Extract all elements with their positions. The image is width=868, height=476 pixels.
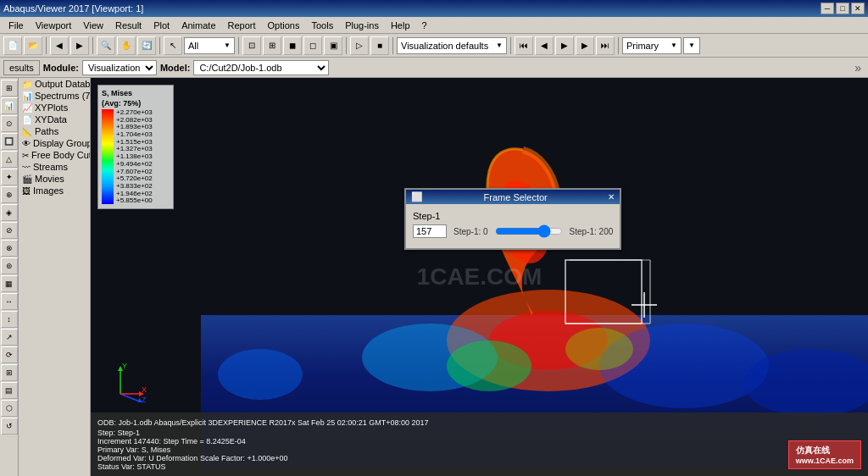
icon-btn-17[interactable]: ⊞ (1, 364, 18, 381)
menu-item-report[interactable]: Report (223, 19, 261, 32)
frame-close-button[interactable]: ✕ (608, 192, 615, 202)
zoom-button[interactable]: 🔍 (97, 36, 115, 55)
menu-item-view[interactable]: View (78, 19, 108, 32)
tree-label: Movies (35, 174, 64, 184)
last-frame-button[interactable]: ⏭ (596, 36, 615, 55)
open-button[interactable]: 📂 (24, 36, 42, 55)
icon-btn-1[interactable]: ⊞ (1, 80, 18, 97)
icon-btn-8[interactable]: ◈ (1, 204, 18, 221)
menu-item-viewport[interactable]: Viewport (31, 19, 77, 32)
icon-btn-13[interactable]: ↔ (1, 293, 18, 310)
next-button[interactable]: ▶ (576, 36, 594, 55)
frame-slider[interactable] (495, 224, 563, 238)
maximize-button[interactable]: □ (836, 3, 849, 14)
all-dropdown[interactable]: All▼ (184, 37, 235, 54)
pan-button[interactable]: ✋ (117, 36, 136, 55)
tree-item-streams[interactable]: 〰Streams (19, 161, 90, 173)
status-odb: ODB: Job-1.odb Abaqus/Explicit 3DEXPERIE… (97, 418, 861, 427)
tree-item-paths[interactable]: 📐Paths (19, 125, 90, 137)
icon-btn-7[interactable]: ⊕ (1, 186, 18, 203)
icon-btn-14[interactable]: ↕ (1, 311, 18, 328)
icon-btn-12[interactable]: ▦ (1, 275, 18, 292)
tree-panel: 📁Output Datab📊Spectrums (7)📈XYPlots📄XYDa… (19, 78, 90, 476)
icon-btn-10[interactable]: ⊗ (1, 240, 18, 257)
viz-defaults-dropdown[interactable]: Visualization defaults▼ (397, 37, 507, 54)
icon-btn-3[interactable]: ⊙ (1, 115, 18, 132)
prev-frame-button[interactable]: ⏮ (515, 36, 533, 55)
stop-button[interactable]: ■ (370, 36, 389, 55)
tree-item-output-datab[interactable]: 📁Output Datab (19, 78, 90, 90)
icon-btn-20[interactable]: ↺ (1, 418, 18, 434)
menu-item-plug-ins[interactable]: Plug-ins (340, 19, 384, 32)
icon-btn-19[interactable]: ⬡ (1, 400, 18, 417)
legend-values: +2.270e+03 +2.082e+03 +1.893e+03 +1.704e… (116, 109, 153, 205)
left-panel: 📁Output Datab📊Spectrums (7)📈XYPlots📄XYDa… (19, 78, 91, 476)
icon-btn-18[interactable]: ▤ (1, 382, 18, 399)
icon-btn-9[interactable]: ⊘ (1, 222, 18, 239)
tree-icon: 🎬 (22, 174, 32, 184)
tree-label: Images (33, 185, 64, 196)
icon-btn-6[interactable]: ✦ (1, 169, 18, 185)
close-button[interactable]: ✕ (851, 3, 865, 14)
play-button[interactable]: ▶ (555, 36, 574, 55)
icon-btn-11[interactable]: ⊚ (1, 257, 18, 274)
brand-line2: www.1CAE.com (796, 457, 854, 465)
tree-icon: 〰 (22, 163, 31, 172)
module-select[interactable]: Visualization (82, 60, 157, 75)
icon-btn-4[interactable]: 🔲 (1, 133, 18, 150)
tree-label: XYData (35, 114, 67, 125)
tree-item-xyplots[interactable]: 📈XYPlots (19, 102, 90, 113)
menu-item-plot[interactable]: Plot (148, 19, 175, 32)
icon-btn-15[interactable]: ↗ (1, 329, 18, 346)
menu-item-help[interactable]: Help (386, 19, 415, 32)
display-button[interactable]: ⊞ (263, 36, 281, 55)
results-tab[interactable]: esults (3, 60, 40, 75)
tree-icon: 👁 (22, 139, 31, 148)
rotate-button[interactable]: 🔄 (137, 36, 156, 55)
animate-button[interactable]: ▷ (350, 36, 369, 55)
icon-btn-5[interactable]: △ (1, 151, 18, 168)
tree-label: Streams (33, 162, 68, 172)
menu-item-file[interactable]: File (3, 19, 29, 32)
menu-item-?[interactable]: ? (417, 19, 432, 32)
expand-arrow[interactable]: » (851, 61, 865, 75)
model-select[interactable]: C:/Cut2D/Job-1.odb (193, 60, 329, 75)
frame-selector-title[interactable]: ⬜ Frame Selector ✕ (406, 190, 620, 204)
frame-input[interactable] (413, 224, 447, 238)
shaded-button[interactable]: ▣ (324, 36, 342, 55)
tree-label: Paths (35, 126, 58, 136)
forward-button[interactable]: ▶ (70, 36, 89, 55)
tree-item-display-groups[interactable]: 👁Display Groups (19, 137, 90, 149)
tree-item-movies[interactable]: 🎬Movies (19, 173, 90, 185)
icon-toolbar: ⊞ 📊 ⊙ 🔲 △ ✦ ⊕ ◈ ⊘ ⊗ ⊚ ▦ ↔ ↕ ↗ ⟳ ⊞ ▤ ⬡ ↺ (0, 78, 19, 476)
primary-dropdown[interactable]: Primary▼ (622, 37, 682, 54)
wireframe-button[interactable]: ◻ (303, 36, 322, 55)
menu-item-result[interactable]: Result (110, 19, 147, 32)
icon-btn-16[interactable]: ⟳ (1, 346, 18, 363)
select-button[interactable]: ↖ (164, 36, 182, 55)
menu-item-tools[interactable]: Tools (306, 19, 338, 32)
fit-button[interactable]: ⊡ (242, 36, 261, 55)
menu-bar: FileViewportViewResultPlotAnimateReportO… (0, 17, 868, 34)
back-button[interactable]: ◀ (50, 36, 69, 55)
new-button[interactable]: 📄 (3, 36, 22, 55)
tree-icon: 📊 (22, 91, 32, 101)
tree-item-spectrums-(7)[interactable]: 📊Spectrums (7) (19, 90, 90, 102)
tree-item-xydata[interactable]: 📄XYData (19, 113, 90, 125)
tree-item-images[interactable]: 🖼Images (19, 185, 90, 196)
prev-button[interactable]: ◀ (535, 36, 554, 55)
menu-item-options[interactable]: Options (263, 19, 305, 32)
svg-line-23 (120, 394, 142, 402)
minimize-button[interactable]: ─ (821, 3, 834, 14)
primary-arrow[interactable]: ▼ (683, 37, 700, 54)
axes-indicator: Y Z X (108, 360, 150, 404)
axes-svg: Y Z X (108, 360, 150, 402)
menu-item-animate[interactable]: Animate (176, 19, 220, 32)
viewport[interactable]: S, Mises (Avg: 75%) +2.270e+03 +2.082e+0… (91, 78, 868, 476)
tree-item-free-body-cuts[interactable]: ✂Free Body Cuts (19, 149, 90, 161)
tree-label: XYPlots (35, 102, 68, 113)
render-button[interactable]: ◼ (283, 36, 302, 55)
icon-btn-2[interactable]: 📊 (1, 97, 18, 114)
separator3 (159, 37, 160, 54)
frame-row: Step-1: 0 Step-1: 200 (413, 224, 613, 238)
